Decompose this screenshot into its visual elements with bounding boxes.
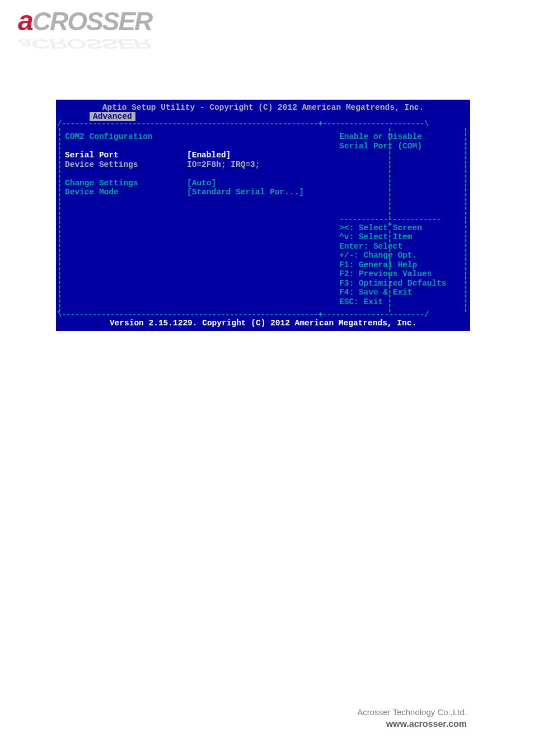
key-esc-exit: ESC: Exit xyxy=(339,297,465,307)
bios-footer: Version 2.15.1229. Copyright (C) 2012 Am… xyxy=(57,319,469,330)
help-text-2: Serial Port (COM) xyxy=(339,142,465,151)
logo-reflection: aCROSSER xyxy=(18,36,152,52)
key-previous-values: F2: Previous Values xyxy=(339,269,465,279)
key-enter: Enter: Select xyxy=(339,242,465,251)
border-right: ¦¦¦¦¦¦¦¦¦¦¦¦¦¦¦¦¦¦¦¦ xyxy=(463,128,468,312)
key-general-help: F1: General Help xyxy=(339,260,465,270)
device-mode-value[interactable]: [Standard Serial Por...] xyxy=(187,188,304,197)
device-settings-value: IO=2F8h; IRQ=3; xyxy=(187,160,260,170)
section-title: COM2 Configuration xyxy=(65,132,330,142)
key-change-opt: +/-: Change Opt. xyxy=(339,251,465,260)
change-settings-label[interactable]: Change Settings xyxy=(65,179,187,188)
key-select-item: ^v: Select Item xyxy=(339,232,465,242)
bios-right-panel: Enable or Disable Serial Port (COM) ----… xyxy=(335,128,469,311)
bios-title: Aptio Setup Utility - Copyright (C) 2012… xyxy=(57,101,469,112)
border-bottom: \---------------------------------------… xyxy=(57,311,469,319)
change-settings-value[interactable]: [Auto] xyxy=(187,179,216,188)
key-optimized-defaults: F3: Optimized Defaults xyxy=(339,279,465,288)
serial-port-value[interactable]: [Enabled] xyxy=(187,151,231,160)
page-footer: Acrosser Technology Co.,Ltd. www.acrosse… xyxy=(357,707,467,729)
bios-setup-screen: Aptio Setup Utility - Copyright (C) 2012… xyxy=(56,100,470,331)
serial-port-label[interactable]: Serial Port xyxy=(65,151,187,160)
footer-url: www.acrosser.com xyxy=(357,719,467,729)
border-top: /---------------------------------------… xyxy=(57,120,469,128)
right-divider: ----------------------- xyxy=(339,216,465,223)
footer-company: Acrosser Technology Co.,Ltd. xyxy=(357,707,467,717)
key-select-screen: ><: Select Screen xyxy=(339,223,465,233)
border-left: ¦¦¦¦¦¦¦¦¦¦¦¦¦¦¦¦¦¦¦¦ xyxy=(57,128,62,312)
logo-text: CROSSER xyxy=(32,7,152,36)
device-settings-label: Device Settings xyxy=(65,160,187,170)
help-text-1: Enable or Disable xyxy=(339,132,465,142)
device-mode-label[interactable]: Device Mode xyxy=(65,188,187,197)
border-vertical: ¦¦¦¦¦¦¦¦¦¦+¦¦¦¦¦¦¦¦¦ xyxy=(387,128,392,312)
brand-logo: aCROSSER aCROSSER xyxy=(18,4,152,59)
key-save-exit: F4: Save & Exit xyxy=(339,288,465,297)
logo-first-letter: a xyxy=(18,4,32,37)
bios-left-panel: COM2 Configuration Serial Port [Enabled]… xyxy=(57,128,335,311)
bios-body: ¦¦¦¦¦¦¦¦¦¦¦¦¦¦¦¦¦¦¦¦ ¦¦¦¦¦¦¦¦¦¦+¦¦¦¦¦¦¦¦… xyxy=(57,128,469,311)
